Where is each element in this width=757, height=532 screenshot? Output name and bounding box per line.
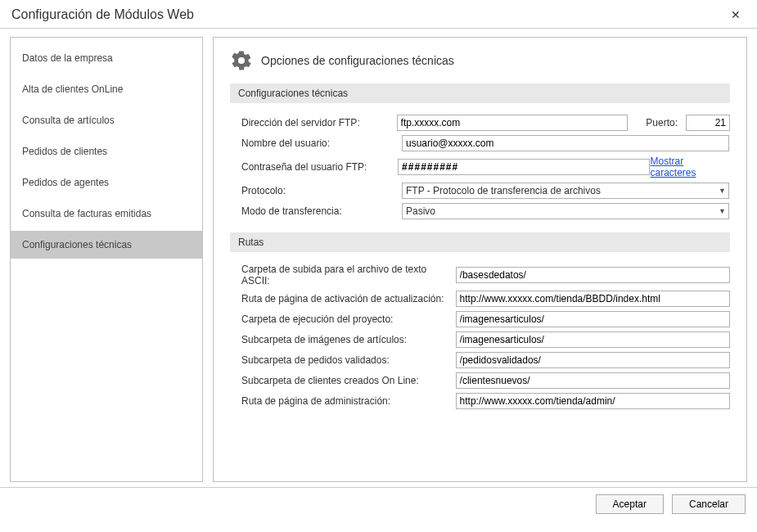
sidebar-item-articles-query[interactable]: Consulta de artículos: [11, 106, 202, 134]
gear-icon: [230, 49, 253, 72]
sidebar-item-agent-orders[interactable]: Pedidos de agentes: [11, 169, 202, 196]
content-panel: Opciones de configuraciones técnicas Con…: [213, 37, 747, 482]
sidebar-item-invoices-query[interactable]: Consulta de facturas emitidas: [11, 200, 202, 228]
row-update-page: Ruta de página de activación de actualiz…: [230, 291, 730, 307]
protocol-label: Protocolo:: [241, 185, 402, 196]
footer: Aceptar Cancelar: [0, 488, 757, 521]
admin-page-input[interactable]: [456, 393, 730, 409]
titlebar: Configuración de Módulos Web ✕: [0, 0, 757, 28]
update-page-label: Ruta de página de activación de actualiz…: [241, 293, 456, 304]
exec-folder-label: Carpeta de ejecución del proyecto:: [241, 313, 456, 325]
window-title: Configuración de Módulos Web: [11, 7, 194, 22]
orders-subfolder-label: Subcarpeta de pedidos validados:: [241, 354, 456, 366]
close-button[interactable]: ✕: [726, 7, 746, 23]
orders-subfolder-input[interactable]: [456, 352, 730, 368]
ascii-folder-input[interactable]: [456, 267, 730, 283]
clients-subfolder-label: Subcarpeta de clientes creados On Line:: [241, 375, 456, 386]
accept-button[interactable]: Aceptar: [596, 494, 664, 514]
row-password: Contraseña del usuario FTP: Mostrar cara…: [230, 156, 730, 178]
sidebar-item-label: Pedidos de clientes: [22, 146, 107, 157]
row-ascii-folder: Carpeta de subida para el archivo de tex…: [230, 264, 730, 286]
img-subfolder-input[interactable]: [456, 331, 730, 348]
clients-subfolder-input[interactable]: [456, 372, 730, 389]
cancel-button[interactable]: Cancelar: [672, 494, 746, 514]
sidebar-item-label: Pedidos de agentes: [22, 177, 109, 188]
admin-page-label: Ruta de página de administración:: [241, 395, 456, 407]
row-orders-subfolder: Subcarpeta de pedidos validados:: [230, 352, 730, 368]
row-exec-folder: Carpeta de ejecución del proyecto:: [230, 311, 730, 327]
protocol-value: FTP - Protocolo de transferencia de arch…: [406, 185, 601, 196]
ascii-folder-label: Carpeta de subida para el archivo de tex…: [241, 264, 456, 286]
section-header: Opciones de configuraciones técnicas: [230, 49, 730, 72]
sidebar-item-client-orders[interactable]: Pedidos de clientes: [11, 138, 202, 165]
transfer-mode-select[interactable]: Pasivo ▼: [402, 203, 729, 219]
port-label: Puerto:: [646, 117, 678, 128]
row-admin-page: Ruta de página de administración:: [230, 393, 730, 409]
row-clients-subfolder: Subcarpeta de clientes creados On Line:: [230, 372, 730, 389]
password-label: Contraseña del usuario FTP:: [241, 161, 398, 173]
user-input[interactable]: [402, 135, 729, 151]
row-protocol: Protocolo: FTP - Protocolo de transferen…: [230, 183, 730, 199]
sidebar-item-online-clients[interactable]: Alta de clientes OnLine: [11, 75, 202, 103]
section-title: Opciones de configuraciones técnicas: [261, 54, 454, 67]
row-transfer-mode: Modo de transferencia: Pasivo ▼: [230, 203, 730, 219]
row-user: Nombre del usuario:: [230, 135, 730, 151]
row-ftp-address: Dirección del servidor FTP: Puerto:: [230, 115, 730, 131]
port-input[interactable]: [686, 115, 730, 131]
show-characters-link[interactable]: Mostrar caracteres: [650, 156, 730, 178]
transfer-mode-label: Modo de transferencia:: [241, 205, 402, 217]
row-img-subfolder: Subcarpeta de imágenes de artículos:: [230, 331, 730, 348]
sidebar-item-label: Consulta de facturas emitidas: [22, 208, 151, 219]
user-label: Nombre del usuario:: [241, 138, 402, 149]
img-subfolder-label: Subcarpeta de imágenes de artículos:: [241, 334, 456, 345]
sidebar-item-label: Consulta de artículos: [22, 115, 115, 126]
sidebar-item-tech-config[interactable]: Configuraciones técnicas: [11, 231, 202, 259]
sidebar-item-label: Datos de la empresa: [22, 52, 113, 64]
exec-folder-input[interactable]: [456, 311, 730, 327]
ftp-address-label: Dirección del servidor FTP:: [241, 117, 397, 128]
main-area: Datos de la empresa Alta de clientes OnL…: [0, 29, 757, 487]
sidebar-item-label: Alta de clientes OnLine: [22, 83, 123, 95]
sidebar-item-label: Configuraciones técnicas: [22, 239, 132, 250]
ftp-address-input[interactable]: [397, 115, 629, 131]
password-input[interactable]: [398, 159, 650, 175]
sidebar: Datos de la empresa Alta de clientes OnL…: [10, 37, 203, 482]
protocol-select[interactable]: FTP - Protocolo de transferencia de arch…: [402, 183, 729, 199]
transfer-mode-value: Pasivo: [406, 205, 435, 217]
sidebar-item-company-data[interactable]: Datos de la empresa: [11, 44, 202, 72]
group-paths-label: Rutas: [230, 232, 730, 252]
group-tech-config-label: Configuraciones técnicas: [230, 83, 730, 103]
update-page-input[interactable]: [456, 291, 730, 307]
